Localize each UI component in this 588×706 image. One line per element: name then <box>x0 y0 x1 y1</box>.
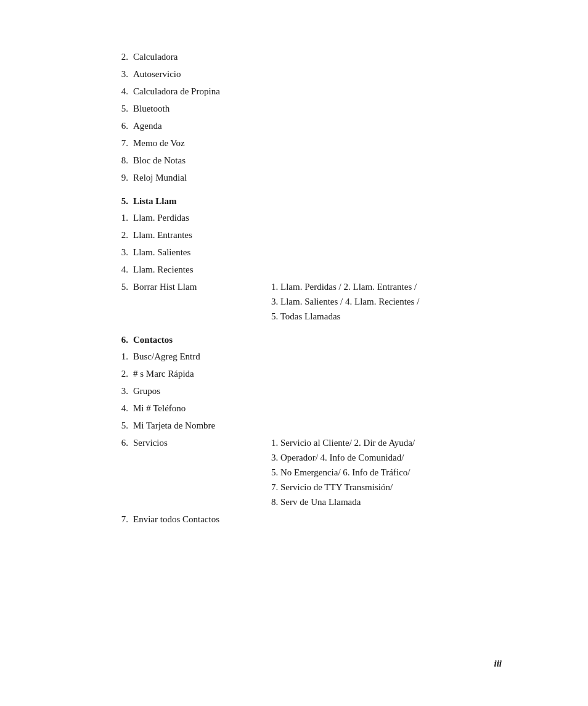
section6: 6. Contactos 1. Busc/Agreg Entrd 2. # s … <box>111 335 502 527</box>
section6-item-5: 5. Mi Tarjeta de Nombre <box>111 418 502 433</box>
item-text: Calculadora de Propina <box>133 84 220 99</box>
list-item: 3. Autoservicio <box>111 67 502 81</box>
intro-list: 2. Calculadora 3. Autoservicio 4. Calcul… <box>111 49 502 185</box>
item-label: Mi # Teléfono <box>133 401 232 416</box>
section5-item-1: 1. Llam. Perdidas <box>111 210 502 225</box>
list-item: 8. Bloc de Notas <box>111 153 502 168</box>
list-item: 4. Calculadora de Propina <box>111 84 502 99</box>
item-text: Calculadora <box>133 49 178 64</box>
section6-item-4: 4. Mi # Teléfono <box>111 401 502 416</box>
item-label: Grupos <box>133 384 232 398</box>
section5-item-2: 2. Llam. Entrantes <box>111 228 502 242</box>
item-number: 1. <box>111 210 128 225</box>
item-number: 3. <box>111 67 128 81</box>
list-item: 5. Bluetooth <box>111 101 502 116</box>
item-label: Borrar Hist Llam <box>133 279 232 294</box>
item-label: Busc/Agreg Entrd <box>133 349 232 364</box>
section5-number: 5. <box>111 196 128 207</box>
list-item: 6. Agenda <box>111 118 502 133</box>
section6-heading: 6. Contactos <box>111 335 502 345</box>
item-number: 5. <box>111 279 128 294</box>
item-text: Reloj Mundial <box>133 170 187 185</box>
section5-title: Lista Llam <box>133 196 176 207</box>
item-number: 6. <box>111 118 128 133</box>
item-number: 2. <box>111 228 128 242</box>
item-number: 2. <box>111 49 128 64</box>
item-number: 9. <box>111 170 128 185</box>
section6-item-6: 6. Servicios 1. Servicio al Cliente/ 2. … <box>111 435 502 509</box>
item-text: Bloc de Notas <box>133 153 186 168</box>
section6-item-3: 3. Grupos <box>111 384 502 398</box>
item-number: 6. <box>111 435 128 450</box>
item-label: Llam. Recientes <box>133 262 232 277</box>
section6-number: 6. <box>111 335 128 345</box>
section6-item-7: 7. Enviar todos Contactos <box>111 512 502 527</box>
item-number: 2. <box>111 366 128 381</box>
item-label: Llam. Salientes <box>133 245 232 260</box>
item-detail: 1. Llam. Perdidas / 2. Llam. Entrantes /… <box>271 279 502 324</box>
item-label: # s Marc Rápida <box>133 366 232 381</box>
item-number: 8. <box>111 153 128 168</box>
section6-item-1: 1. Busc/Agreg Entrd <box>111 349 502 364</box>
page-number: iii <box>494 659 502 669</box>
section5: 5. Lista Llam 1. Llam. Perdidas 2. Llam.… <box>111 196 502 324</box>
section5-item-3: 3. Llam. Salientes <box>111 245 502 260</box>
item-number: 5. <box>111 418 128 433</box>
item-number: 4. <box>111 262 128 277</box>
item-number: 5. <box>111 101 128 116</box>
item-label: Llam. Perdidas <box>133 210 232 225</box>
list-item: 7. Memo de Voz <box>111 136 502 150</box>
section6-title: Contactos <box>133 335 173 345</box>
item-detail: 1. Servicio al Cliente/ 2. Dir de Ayuda/… <box>271 435 502 509</box>
item-text: Bluetooth <box>133 101 169 116</box>
section5-item-5: 5. Borrar Hist Llam 1. Llam. Perdidas / … <box>111 279 502 324</box>
col-left: 5. Borrar Hist Llam <box>111 279 271 294</box>
item-number: 1. <box>111 349 128 364</box>
item-label: Mi Tarjeta de Nombre <box>133 418 232 433</box>
item-number: 3. <box>111 245 128 260</box>
item-text: Autoservicio <box>133 67 181 81</box>
section5-item-4: 4. Llam. Recientes <box>111 262 502 277</box>
section6-item-2: 2. # s Marc Rápida <box>111 366 502 381</box>
item-number: 7. <box>111 512 128 527</box>
item-number: 4. <box>111 401 128 416</box>
item-number: 7. <box>111 136 128 150</box>
col-left: 6. Servicios <box>111 435 271 450</box>
item-label: Enviar todos Contactos <box>133 512 232 527</box>
list-item: 9. Reloj Mundial <box>111 170 502 185</box>
page-content: 2. Calculadora 3. Autoservicio 4. Calcul… <box>0 0 588 587</box>
item-number: 4. <box>111 84 128 99</box>
item-number: 3. <box>111 384 128 398</box>
item-text: Agenda <box>133 118 162 133</box>
section5-heading: 5. Lista Llam <box>111 196 502 207</box>
list-item: 2. Calculadora <box>111 49 502 64</box>
intro-list-section: 2. Calculadora 3. Autoservicio 4. Calcul… <box>111 49 502 185</box>
item-label: Servicios <box>133 435 232 450</box>
item-label: Llam. Entrantes <box>133 228 232 242</box>
item-text: Memo de Voz <box>133 136 185 150</box>
